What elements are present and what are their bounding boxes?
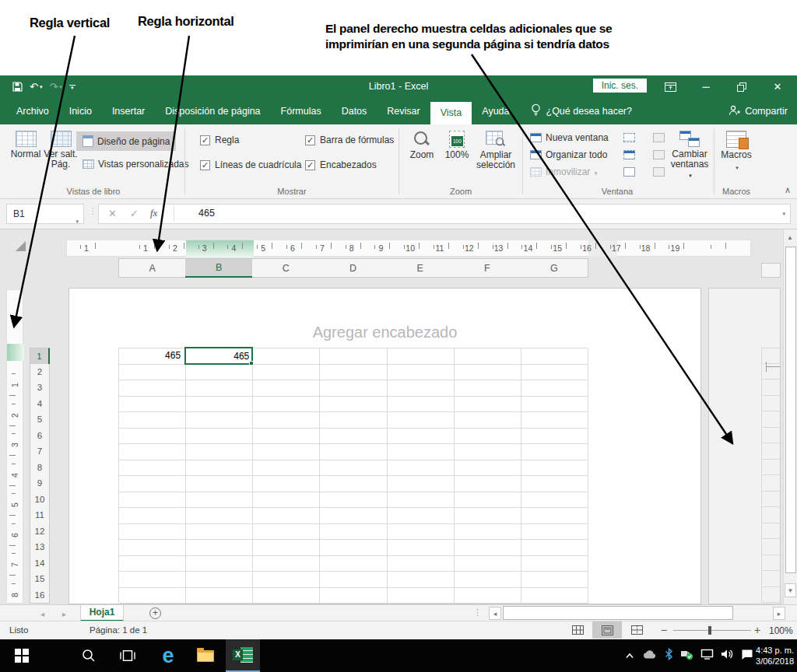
zoom-slider-thumb[interactable] xyxy=(708,626,711,635)
grid-cell[interactable] xyxy=(455,540,521,556)
sheet-nav-left-icon[interactable]: ◂ xyxy=(40,610,44,618)
grid-cell[interactable] xyxy=(119,508,186,524)
vertical-scroll-thumb[interactable] xyxy=(785,247,796,573)
zoom-button[interactable]: Zoom xyxy=(403,131,441,160)
tab-datos[interactable]: Datos xyxy=(332,98,377,124)
grid-cell[interactable] xyxy=(388,412,455,429)
grid-cell[interactable] xyxy=(253,348,320,365)
row-header-13[interactable]: 13 xyxy=(30,539,50,556)
grid-cell[interactable] xyxy=(521,524,588,541)
grid-cell[interactable] xyxy=(388,444,455,460)
custom-views-button[interactable]: Vistas personalizadas xyxy=(76,154,195,173)
grid-cell[interactable] xyxy=(186,412,253,429)
grid-cell[interactable] xyxy=(455,588,521,604)
column-header-g[interactable]: G xyxy=(521,258,588,278)
formula-bar-drag-dots[interactable]: ⋮ xyxy=(89,206,97,216)
grid-cell[interactable] xyxy=(388,572,455,588)
grid-cell[interactable] xyxy=(455,476,521,492)
grid-cell[interactable] xyxy=(320,476,387,492)
row-header-10[interactable]: 10 xyxy=(30,492,50,509)
tell-me-box[interactable]: ¿Qué desea hacer? xyxy=(546,106,633,117)
grid-cell[interactable] xyxy=(320,572,387,588)
grid-cell[interactable] xyxy=(320,429,387,445)
sign-in-button[interactable]: Inic. ses. xyxy=(593,79,647,93)
synchronous-scrolling-icon[interactable] xyxy=(653,150,665,159)
grid-cell[interactable] xyxy=(119,476,186,492)
grid-cell[interactable] xyxy=(388,397,455,413)
checkbox-icon[interactable]: ✓ xyxy=(305,135,315,145)
grid-cell[interactable] xyxy=(455,460,521,477)
row-header-11[interactable]: 11 xyxy=(30,507,50,524)
start-button[interactable] xyxy=(5,639,39,672)
checkbox-regla[interactable]: ✓Regla xyxy=(200,135,239,145)
grid-cell[interactable] xyxy=(186,397,253,413)
switch-windows-button[interactable]: Cambiarventanas ▾ xyxy=(668,131,711,180)
unhide-window-icon[interactable] xyxy=(623,167,635,177)
zoom-to-selection-button[interactable]: Ampliarselección xyxy=(473,131,518,170)
grid-cell[interactable] xyxy=(455,444,521,460)
collapse-ribbon-icon[interactable]: ∧ xyxy=(785,185,791,195)
tab-ayuda[interactable]: Ayuda xyxy=(472,98,519,124)
grid-cell[interactable] xyxy=(320,540,387,556)
grid-cell[interactable] xyxy=(388,476,455,492)
row-header-6[interactable]: 6 xyxy=(30,428,50,445)
grid-cell[interactable] xyxy=(521,429,588,445)
checkbox-icon[interactable]: ✓ xyxy=(200,135,210,145)
restore-button[interactable] xyxy=(729,75,755,98)
grid-cell[interactable] xyxy=(521,460,588,477)
grid-cell[interactable] xyxy=(388,365,455,381)
show-hidden-icons-chevron[interactable] xyxy=(624,649,635,663)
sheet-tab-hoja1[interactable]: Hoja1 xyxy=(80,605,124,621)
tabbar-drag-dots[interactable]: ⋮ xyxy=(473,607,482,618)
new-window-button[interactable]: Nueva ventana xyxy=(530,132,609,143)
hscroll-left-icon[interactable]: ◂ xyxy=(489,607,501,620)
file-explorer-button[interactable] xyxy=(188,639,223,672)
grid-cell[interactable] xyxy=(119,380,186,397)
grid-cell[interactable] xyxy=(521,492,588,509)
sheet-nav-right-icon[interactable]: ▸ xyxy=(62,610,66,618)
grid-cell[interactable] xyxy=(320,524,387,541)
hscroll-right-icon[interactable]: ▸ xyxy=(773,607,785,620)
tab-inicio[interactable]: Inicio xyxy=(59,98,102,124)
grid-cell[interactable] xyxy=(388,540,455,556)
expand-formula-bar-icon[interactable]: ▾ xyxy=(782,211,785,217)
minimize-button[interactable]: ─ xyxy=(693,75,719,98)
grid-cell[interactable] xyxy=(119,556,186,572)
select-all-corner[interactable] xyxy=(16,241,26,251)
grid-cell[interactable] xyxy=(186,508,253,524)
row-header-3[interactable]: 3 xyxy=(30,380,50,397)
grid-cell[interactable] xyxy=(455,429,521,445)
grid-cell[interactable] xyxy=(186,460,253,477)
grid-cell[interactable] xyxy=(119,572,186,588)
grid-cell[interactable] xyxy=(388,556,455,572)
grid-cell[interactable] xyxy=(521,588,588,604)
grid-cell[interactable] xyxy=(521,508,588,524)
grid-cell[interactable] xyxy=(388,588,455,604)
grid-cell[interactable] xyxy=(253,429,320,445)
grid-cell[interactable] xyxy=(119,444,186,460)
grid-cell[interactable] xyxy=(186,556,253,572)
grid-cell[interactable] xyxy=(455,508,521,524)
row-header-12[interactable]: 12 xyxy=(30,523,50,541)
horizontal-scroll-thumb[interactable] xyxy=(503,606,733,620)
header-placeholder[interactable]: Agregar encabezado xyxy=(68,324,701,341)
arrange-all-button[interactable]: Organizar todo xyxy=(530,149,607,160)
grid-cell[interactable] xyxy=(320,460,387,477)
grid-cell[interactable] xyxy=(320,397,387,413)
scroll-up-icon[interactable]: ▲ xyxy=(787,234,793,241)
grid-cell[interactable] xyxy=(253,412,320,429)
split-window-icon[interactable] xyxy=(623,133,635,142)
tab-archivo[interactable]: Archivo xyxy=(6,98,59,124)
grid-cell[interactable] xyxy=(119,397,186,413)
grid-cell[interactable] xyxy=(455,348,521,365)
zoom-in-button[interactable]: + xyxy=(754,624,760,636)
grid-cell[interactable] xyxy=(253,556,320,572)
column-header-a[interactable]: A xyxy=(118,258,186,278)
checkbox-l-neas-de-cuadr-cula[interactable]: ✓Líneas de cuadrícula xyxy=(200,159,301,170)
close-button[interactable]: ✕ xyxy=(764,75,791,98)
page-break-preview-button[interactable]: Ver salt.Pág. xyxy=(44,131,78,170)
grid-cell[interactable] xyxy=(455,556,521,572)
grid-cell[interactable] xyxy=(521,556,588,572)
checkbox-barra-de-f-rmulas[interactable]: ✓Barra de fórmulas xyxy=(305,135,394,145)
grid-cell[interactable] xyxy=(455,365,521,381)
